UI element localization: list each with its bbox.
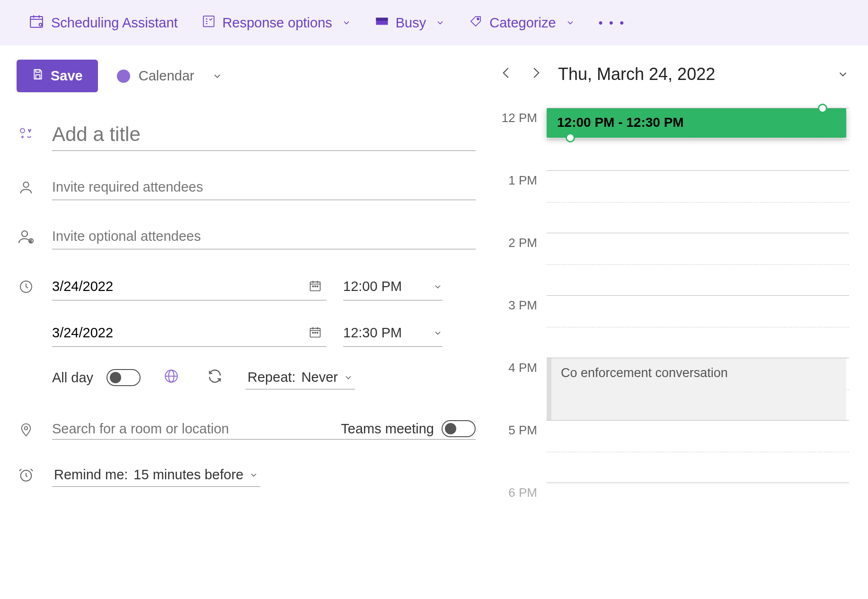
scheduling-assistant-button[interactable]: Scheduling Assistant — [28, 13, 178, 33]
start-date-input[interactable] — [52, 279, 327, 294]
repeat-value: Never — [301, 370, 338, 385]
location-input[interactable] — [52, 421, 327, 437]
reminder-icon — [17, 467, 35, 483]
recurrence-icon[interactable] — [207, 368, 223, 388]
hour-label: 12 PM — [499, 108, 547, 170]
time-slot[interactable] — [547, 295, 849, 358]
day-preview-pane: Thu, March 24, 2022 12 PM 12:00 PM - 12:… — [499, 60, 868, 599]
end-time-value: 12:30 PM — [343, 325, 402, 341]
chevron-down-icon — [566, 18, 575, 27]
svg-rect-14 — [310, 282, 320, 291]
svg-point-8 — [20, 128, 25, 132]
svg-point-1 — [39, 23, 42, 26]
svg-point-9 — [23, 182, 28, 187]
emoji-icon[interactable] — [17, 126, 35, 143]
chevron-down-icon — [344, 373, 353, 382]
repeat-label: Repeat: — [248, 370, 296, 385]
existing-event-block[interactable]: Co enforcement conversation — [547, 358, 846, 420]
calendar-select[interactable]: Calendar — [117, 68, 223, 84]
resize-handle-bottom[interactable] — [566, 133, 575, 142]
svg-rect-2 — [203, 16, 214, 26]
svg-point-17 — [317, 286, 318, 287]
clock-icon — [17, 279, 35, 294]
required-attendees-input[interactable] — [52, 175, 476, 200]
busy-label: Busy — [396, 15, 426, 31]
response-options-label: Response options — [222, 15, 332, 31]
categorize-label: Categorize — [489, 15, 556, 31]
calendar-person-icon — [28, 13, 44, 33]
start-date-field[interactable] — [52, 273, 327, 300]
person-icon — [17, 179, 35, 195]
end-date-field[interactable] — [52, 319, 327, 347]
end-time-field[interactable]: 12:30 PM — [343, 319, 443, 347]
svg-rect-6 — [36, 70, 40, 72]
chevron-down-icon — [342, 18, 351, 27]
time-grid[interactable]: 12 PM 12:00 PM - 12:30 PM 1 PM 2 PM — [499, 108, 849, 502]
chevron-down-icon — [433, 328, 443, 338]
hour-label: 3 PM — [499, 295, 547, 358]
categorize-button[interactable]: Categorize — [469, 14, 575, 32]
save-icon — [32, 68, 44, 84]
teams-meeting-toggle[interactable] — [442, 420, 476, 437]
preview-date-label: Thu, March 24, 2022 — [558, 64, 823, 84]
calendar-picker-icon[interactable] — [309, 326, 322, 341]
chevron-down-icon — [435, 18, 445, 27]
checklist-icon — [202, 14, 216, 32]
repeat-select[interactable]: Repeat: Never — [246, 366, 355, 389]
chevron-down-icon — [249, 470, 258, 480]
response-options-button[interactable]: Response options — [202, 14, 351, 32]
existing-event-title: Co enforcement conversation — [561, 366, 728, 380]
time-slot[interactable] — [547, 170, 849, 233]
reminder-label: Remind me: — [54, 467, 128, 483]
top-toolbar: Scheduling Assistant Response options Bu… — [0, 0, 868, 45]
chevron-down-icon — [212, 71, 222, 81]
hour-label: 1 PM — [499, 170, 547, 233]
all-day-toggle[interactable] — [106, 369, 141, 386]
time-slot[interactable] — [547, 420, 849, 483]
new-event-block[interactable]: 12:00 PM - 12:30 PM — [547, 108, 846, 138]
svg-point-19 — [312, 332, 313, 333]
svg-point-15 — [312, 286, 313, 287]
time-slot[interactable] — [547, 233, 849, 295]
svg-point-5 — [477, 18, 479, 20]
hour-label: 6 PM — [499, 483, 547, 502]
title-input[interactable] — [52, 118, 476, 151]
calendar-name-label: Calendar — [139, 68, 195, 84]
busy-status-icon — [375, 14, 389, 32]
time-slot[interactable]: 12:00 PM - 12:30 PM — [547, 108, 849, 170]
all-day-label: All day — [52, 370, 93, 386]
scheduling-assistant-label: Scheduling Assistant — [51, 15, 178, 31]
start-time-value: 12:00 PM — [343, 279, 402, 294]
person-optional-icon: i — [17, 228, 35, 245]
svg-rect-18 — [310, 328, 320, 337]
resize-handle-top[interactable] — [818, 104, 827, 113]
chevron-down-icon[interactable] — [837, 68, 849, 80]
next-day-button[interactable] — [529, 64, 544, 84]
save-label: Save — [51, 68, 83, 84]
teams-meeting-label: Teams meeting — [341, 421, 434, 437]
timezone-icon[interactable] — [163, 368, 179, 388]
calendar-picker-icon[interactable] — [309, 279, 322, 294]
event-form: Save Calendar — [17, 60, 499, 599]
time-slot[interactable]: Co enforcement conversation — [547, 358, 849, 420]
time-slot[interactable] — [547, 483, 849, 502]
save-button[interactable]: Save — [17, 60, 98, 92]
hour-label: 2 PM — [499, 233, 547, 295]
svg-point-10 — [22, 231, 27, 237]
start-time-field[interactable]: 12:00 PM — [343, 273, 443, 300]
svg-rect-7 — [36, 75, 40, 79]
optional-attendees-input[interactable] — [52, 224, 476, 249]
show-as-button[interactable]: Busy — [375, 14, 445, 32]
svg-point-16 — [315, 286, 316, 287]
calendar-color-dot — [117, 70, 130, 83]
location-icon — [17, 421, 35, 439]
svg-point-24 — [25, 426, 28, 430]
tag-icon — [469, 14, 483, 32]
reminder-select[interactable]: Remind me: 15 minutes before — [52, 463, 260, 487]
chevron-down-icon — [433, 282, 443, 291]
more-actions-button[interactable]: • • • — [599, 16, 626, 30]
reminder-value: 15 minutes before — [133, 467, 243, 483]
end-date-input[interactable] — [52, 325, 327, 341]
prev-day-button[interactable] — [499, 64, 514, 84]
svg-rect-4 — [376, 18, 388, 20]
